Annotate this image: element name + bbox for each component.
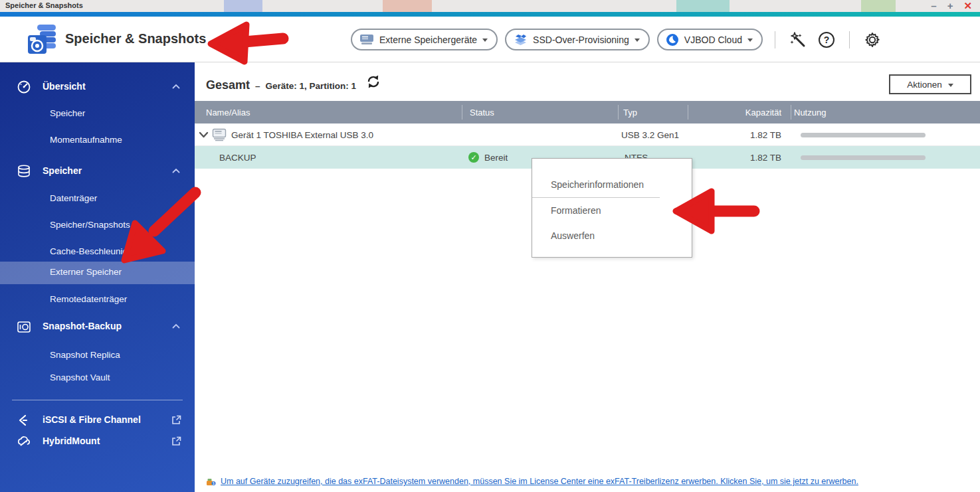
partition-name: BACKUP bbox=[219, 146, 256, 169]
sidebar: Übersicht Speicher Momentaufnahme Speich… bbox=[0, 62, 195, 492]
snapshot-camera-icon bbox=[17, 319, 31, 334]
collapse-up-icon bbox=[172, 84, 180, 89]
sidebar-item-cache-beschleunigung[interactable]: Cache-Beschleunigung bbox=[0, 241, 195, 264]
storage-snapshots-logo-icon bbox=[27, 23, 58, 55]
sidebar-item-snapshot-vault[interactable]: Snapshot Vault bbox=[0, 367, 195, 390]
summary-separator: – bbox=[255, 81, 260, 91]
external-storage-devices-dropdown[interactable]: Externe Speichergeräte bbox=[351, 29, 498, 50]
desktop-tile bbox=[676, 0, 730, 12]
status-ok-icon: ✓ bbox=[468, 152, 479, 163]
sidebar-item-speicher-snapshots[interactable]: Speicher/Snapshots bbox=[0, 214, 195, 237]
accent-gradient-strip bbox=[0, 12, 980, 17]
close-button[interactable]: ✕ bbox=[963, 0, 972, 12]
toolbar-separator bbox=[849, 31, 850, 48]
external-drive-icon bbox=[212, 128, 227, 141]
column-separator bbox=[791, 105, 791, 120]
purchase-license-icon: $ bbox=[206, 477, 216, 486]
dropdown-label: VJBOD Cloud bbox=[684, 35, 742, 45]
actions-button[interactable]: Aktionen bbox=[889, 74, 971, 94]
chevron-down-icon bbox=[635, 39, 640, 42]
desktop-tile bbox=[224, 0, 262, 12]
ssd-over-provisioning-dropdown[interactable]: SSD-Over-Provisioning bbox=[505, 29, 650, 50]
usage-bar bbox=[801, 133, 926, 137]
main-content: Gesamt – Geräte: 1, Partition: 1 Aktione… bbox=[195, 62, 980, 492]
column-header-nutzung[interactable]: Nutzung bbox=[794, 101, 826, 123]
chevron-down-icon bbox=[482, 39, 488, 42]
desktop-tile bbox=[383, 0, 432, 12]
ssd-layers-icon bbox=[514, 34, 528, 46]
dropdown-label: Externe Speichergeräte bbox=[379, 35, 477, 45]
column-header-status[interactable]: Status bbox=[470, 101, 494, 123]
vjbod-cloud-dropdown[interactable]: VJBOD Cloud bbox=[657, 29, 763, 50]
refresh-icon[interactable] bbox=[365, 73, 382, 90]
exfat-license-link[interactable]: Um auf Geräte zuzugreifen, die das exFAT… bbox=[221, 477, 858, 486]
device-name: Gerät 1 TOSHIBA External USB 3.0 bbox=[231, 123, 373, 146]
svg-text:$: $ bbox=[213, 481, 215, 485]
collapse-up-icon bbox=[172, 323, 180, 329]
collapse-up-icon bbox=[172, 168, 180, 173]
sidebar-item-iscsi-fibre-channel[interactable]: iSCSI & Fibre Channel bbox=[0, 409, 195, 432]
window-title: Speicher & Snapshots bbox=[5, 1, 83, 9]
external-link-icon bbox=[171, 436, 181, 446]
sidebar-section-snapshot-backup[interactable]: Snapshot-Backup bbox=[0, 315, 195, 338]
chevron-down-icon bbox=[948, 84, 953, 87]
column-header-typ[interactable]: Typ bbox=[623, 101, 637, 123]
sidebar-section-uebersicht[interactable]: Übersicht bbox=[0, 76, 195, 98]
app-header: Speicher & Snapshots Externe Speicherger… bbox=[0, 17, 980, 62]
gauge-icon bbox=[17, 80, 31, 94]
sidebar-section-speicher[interactable]: Speicher bbox=[0, 160, 195, 183]
settings-gear-icon[interactable] bbox=[862, 29, 883, 50]
exfat-license-note: $ Um auf Geräte zuzugreifen, die das exF… bbox=[206, 477, 858, 486]
sidebar-item-remotedatentraeger[interactable]: Remotedatenträger bbox=[0, 289, 195, 311]
iscsi-icon bbox=[17, 413, 31, 428]
wizard-wand-icon[interactable] bbox=[787, 29, 809, 50]
window-titlebar: Speicher & Snapshots – + ✕ bbox=[0, 0, 980, 12]
dropdown-label: SSD-Over-Provisioning bbox=[533, 35, 629, 45]
sidebar-item-momentaufnahme[interactable]: Momentaufnahme bbox=[0, 129, 195, 152]
column-header-kapazitaet[interactable]: Kapazität bbox=[691, 101, 781, 123]
device-capacity: 1.82 TB bbox=[691, 123, 781, 146]
database-icon bbox=[17, 164, 31, 179]
vjbod-cloud-icon bbox=[666, 33, 679, 46]
minimize-button[interactable]: – bbox=[931, 0, 936, 12]
svg-text:?: ? bbox=[824, 35, 830, 45]
column-separator bbox=[618, 105, 619, 120]
sidebar-item-externer-speicher[interactable]: Externer Speicher bbox=[0, 262, 195, 284]
desktop-tile bbox=[861, 0, 896, 12]
partition-capacity: 1.82 TB bbox=[691, 146, 781, 169]
usage-bar bbox=[801, 155, 926, 160]
app-title: Speicher & Snapshots bbox=[65, 31, 206, 46]
maximize-button[interactable]: + bbox=[947, 0, 953, 12]
table-row-device[interactable]: Gerät 1 TOSHIBA External USB 3.0 USB 3.2… bbox=[195, 123, 980, 146]
sidebar-item-hybridmount[interactable]: HybridMount bbox=[0, 430, 195, 453]
external-link-icon bbox=[171, 415, 181, 425]
summary-title: Gesamt bbox=[206, 78, 250, 92]
help-icon[interactable]: ? bbox=[816, 29, 837, 50]
hybridmount-cloud-icon bbox=[17, 434, 31, 449]
sidebar-divider bbox=[12, 400, 183, 400]
summary-header: Gesamt – Geräte: 1, Partition: 1 bbox=[206, 78, 356, 92]
sidebar-item-snapshot-replica[interactable]: Snapshot Replica bbox=[0, 345, 195, 367]
table-header: Name/Alias Status Typ Kapazität Nutzung bbox=[195, 101, 980, 123]
toolbar-separator bbox=[775, 31, 775, 48]
external-drive-icon bbox=[359, 34, 374, 45]
context-menu: Speicherinformationen Formatieren Auswer… bbox=[532, 158, 692, 258]
partition-status: Bereit bbox=[484, 146, 508, 169]
header-toolbar: Externe Speichergeräte SSD-Over-Provisio… bbox=[351, 17, 883, 62]
column-separator bbox=[462, 105, 462, 120]
column-header-name-alias[interactable]: Name/Alias bbox=[206, 101, 250, 123]
sidebar-item-speicher-uebersicht[interactable]: Speicher bbox=[0, 103, 195, 125]
device-type: USB 3.2 Gen1 bbox=[621, 123, 679, 146]
app-window: Speicher & Snapshots – + ✕ Speicher & Sn… bbox=[0, 0, 980, 492]
chevron-down-icon bbox=[747, 39, 753, 42]
chevron-down-icon[interactable] bbox=[199, 131, 209, 139]
column-separator bbox=[688, 105, 688, 120]
sidebar-item-datentraeger[interactable]: Datenträger bbox=[0, 188, 195, 210]
menu-item-formatieren[interactable]: Formatieren bbox=[532, 198, 692, 223]
menu-item-speicherinformationen[interactable]: Speicherinformationen bbox=[532, 172, 692, 197]
menu-item-auswerfen[interactable]: Auswerfen bbox=[532, 223, 692, 248]
summary-details: Geräte: 1, Partition: 1 bbox=[266, 81, 357, 91]
